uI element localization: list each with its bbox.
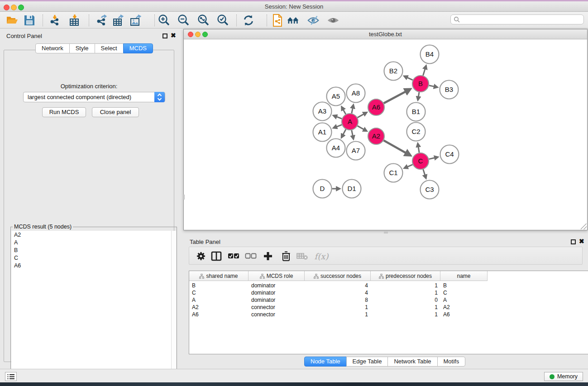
table-cell[interactable]: C [440,289,488,296]
table-cell[interactable]: 1 [371,289,440,296]
run-mcds-button[interactable]: Run MCDS [42,107,86,117]
table-cell[interactable]: 1 [371,304,440,311]
refresh-button[interactable] [242,14,255,27]
search-input[interactable] [460,16,583,23]
tab-network-table[interactable]: Network Table [387,357,437,367]
mcds-result-item[interactable]: C [11,254,172,262]
table-cell[interactable]: dominator [249,289,305,296]
mcds-result-list[interactable]: A2ABCA6 [11,231,172,382]
open-session-button[interactable] [5,14,19,27]
mcds-result-item[interactable]: B [11,246,172,254]
graph-edge[interactable] [343,129,346,134]
zoom-in-button[interactable] [157,14,171,27]
export-network-button[interactable] [95,14,109,27]
graph-edge[interactable] [352,130,353,136]
tab-motifs[interactable]: Motifs [437,357,466,367]
graph-edge[interactable] [337,117,342,119]
graph-edge[interactable] [418,92,419,97]
network-canvas[interactable]: B4B2BB3A5A8A6A3B1AA1C2A2A4A7C4CC1C3DD1 [184,39,587,230]
select-all-columns-button[interactable] [227,250,240,262]
close-panel-icon[interactable]: ✖ [171,32,176,39]
close-panel-button[interactable]: Close panel [92,107,139,117]
optimization-criterion-select[interactable]: largest connected component (directed) [23,92,165,102]
delete-columns-button[interactable] [280,250,292,262]
first-neighbors-button[interactable] [287,14,300,27]
table-cell[interactable]: 0 [371,296,440,304]
table-cell[interactable]: dominator [249,282,305,289]
new-network-button[interactable] [271,14,284,27]
graph-edge[interactable] [358,114,364,118]
node-table[interactable]: shared nameMCDS rolesuccessor nodesprede… [189,271,588,354]
table-cell[interactable]: C [189,289,249,296]
table-cell[interactable]: A [440,296,488,304]
save-session-button[interactable] [23,14,36,27]
hide-selected-button[interactable] [307,14,320,27]
zoom-selected-button[interactable] [216,14,229,27]
graph-edge[interactable] [407,77,413,80]
table-cell[interactable]: B [440,282,488,289]
search-field[interactable] [450,14,584,24]
tab-network[interactable]: Network [35,43,70,53]
graph-edge[interactable] [407,165,412,167]
import-network-button[interactable] [49,14,62,27]
column-header[interactable]: MCDS role [249,271,305,281]
table-row[interactable]: Cdominator41C [189,289,488,296]
canvas-vscroll-indicator[interactable] [183,195,185,200]
tab-edge-table[interactable]: Edge Table [346,357,388,367]
export-image-button[interactable] [129,14,143,27]
graph-edge[interactable] [337,125,342,127]
float-table-panel-icon[interactable] [571,239,576,244]
table-cell[interactable]: connector [249,304,305,311]
import-table-button[interactable] [68,14,81,27]
table-cell[interactable]: 1 [371,282,440,289]
zoom-fit-button[interactable] [196,14,210,27]
network-graph[interactable]: B4B2BB3A5A8A6A3B1AA1C2A2A4A7C4CC1C3DD1 [184,39,587,230]
tab-select[interactable]: Select [95,43,124,53]
graph-edge[interactable] [423,169,425,175]
table-cell[interactable]: A6 [440,311,488,318]
mcds-result-item[interactable]: A2 [11,231,172,238]
delete-table-button[interactable] [296,250,309,262]
task-history-button[interactable] [5,372,17,381]
table-cell[interactable]: dominator [249,296,305,304]
table-cell[interactable]: 1 [305,311,371,318]
function-builder-button[interactable]: f(x) [312,250,330,262]
column-header[interactable]: predecessor nodes [371,271,440,281]
table-cell[interactable]: connector [249,311,305,318]
table-cell[interactable]: A6 [189,311,249,318]
table-cell[interactable]: A [189,296,249,304]
deselect-all-columns-button[interactable] [244,250,257,262]
table-settings-button[interactable] [195,250,207,262]
float-panel-icon[interactable] [163,33,167,38]
column-header[interactable]: successor nodes [305,271,371,281]
tab-node-table[interactable]: Node Table [304,357,347,367]
column-header[interactable]: shared name [189,271,249,281]
add-column-button[interactable] [262,250,274,262]
graph-edge[interactable] [423,69,425,75]
mcds-result-item[interactable]: A6 [11,262,172,269]
window-resize-grip[interactable] [581,224,587,229]
table-cell[interactable]: B [189,282,249,289]
graph-edge[interactable] [352,108,353,113]
table-cell[interactable]: A2 [189,304,249,311]
column-header[interactable]: name [440,271,488,281]
tab-mcds[interactable]: MCDS [123,43,153,53]
table-cell[interactable]: 1 [371,311,440,318]
zoom-out-button[interactable] [177,14,190,27]
graph-edge[interactable] [384,140,406,152]
table-cell[interactable]: 8 [305,296,371,304]
table-cell[interactable]: 4 [305,289,371,296]
mcds-result-scrollbar[interactable] [171,231,176,382]
table-cell[interactable]: 1 [305,304,371,311]
table-row[interactable]: A2connector11A2 [189,304,488,311]
export-table-button[interactable] [112,14,125,27]
graph-edge[interactable] [429,86,434,86]
graph-edge[interactable] [343,110,345,114]
graph-edge[interactable] [418,147,419,153]
show-all-button[interactable] [326,14,340,27]
graph-edge[interactable] [384,92,406,104]
table-row[interactable]: A6connector11A6 [189,311,488,318]
tab-style[interactable]: Style [69,43,95,53]
table-cell[interactable]: 4 [305,282,371,289]
graph-edge[interactable] [429,158,434,159]
